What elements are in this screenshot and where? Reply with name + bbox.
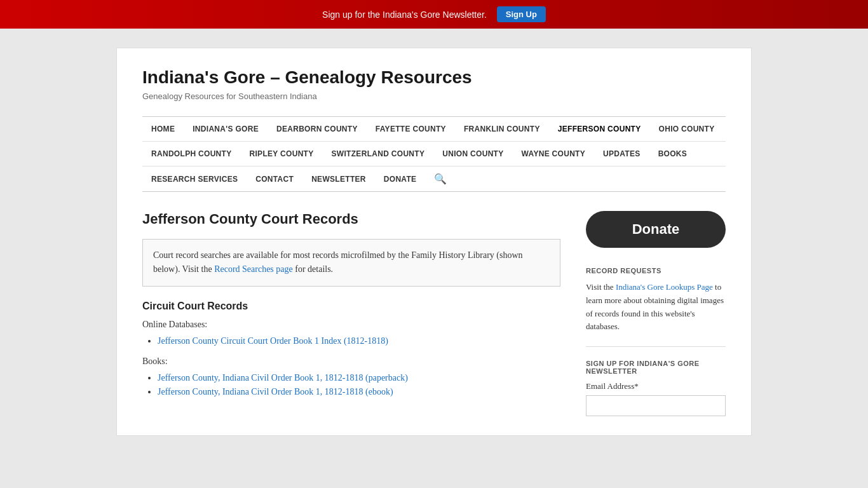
banner-signup-button[interactable]: Sign Up <box>497 6 546 22</box>
sidebar-divider <box>586 346 726 347</box>
nav-row-2: RANDOLPH COUNTY RIPLEY COUNTY SWITZERLAN… <box>142 142 726 166</box>
nav-home[interactable]: HOME <box>142 117 184 141</box>
nav-switzerland-county[interactable]: SWITZERLAND COUNTY <box>323 142 434 166</box>
email-label: Email Address* <box>586 381 726 391</box>
circuit-court-heading: Circuit Court Records <box>142 301 560 312</box>
site-title: Indiana's Gore – Genealogy Resources <box>142 67 726 88</box>
main-container: Indiana's Gore – Genealogy Resources Gen… <box>116 48 752 436</box>
nav-updates[interactable]: UPDATES <box>594 142 649 166</box>
banner-text: Sign up for the Indiana's Gore Newslette… <box>322 10 487 20</box>
online-links-list: Jefferson County Circuit Court Order Boo… <box>158 336 560 346</box>
nav-donate[interactable]: DONATE <box>375 167 426 191</box>
nav-randolph-county[interactable]: RANDOLPH COUNTY <box>142 142 241 166</box>
record-requests-text: Visit the Indiana's Gore Lookups Page to… <box>586 281 726 334</box>
info-box-text-after: for details. <box>293 264 333 274</box>
nav-fayette-county[interactable]: FAYETTE COUNTY <box>367 117 455 141</box>
list-item: Jefferson County, Indiana Civil Order Bo… <box>158 387 560 397</box>
nav-row-3: RESEARCH SERVICES CONTACT NEWSLETTER DON… <box>142 166 726 191</box>
nav-ohio-county[interactable]: OHIO COUNTY <box>650 117 724 141</box>
book-link-2[interactable]: Jefferson County, Indiana Civil Order Bo… <box>158 387 393 396</box>
books-list: Jefferson County, Indiana Civil Order Bo… <box>158 373 560 397</box>
main-content: Jefferson County Court Records Court rec… <box>142 211 560 416</box>
list-item: Jefferson County Circuit Court Order Boo… <box>158 336 560 346</box>
info-box: Court record searches are available for … <box>142 239 560 287</box>
top-banner: Sign up for the Indiana's Gore Newslette… <box>0 0 868 29</box>
nav-contact[interactable]: CONTACT <box>247 167 302 191</box>
content-area: Jefferson County Court Records Court rec… <box>142 211 726 416</box>
email-input[interactable] <box>586 395 726 416</box>
sidebar: Donate RECORD REQUESTS Visit the Indiana… <box>586 211 726 416</box>
nav-ripley-county[interactable]: RIPLEY COUNTY <box>241 142 323 166</box>
nav-research-services[interactable]: RESEARCH SERVICES <box>142 167 247 191</box>
navigation: HOME INDIANA'S GORE DEARBORN COUNTY FAYE… <box>142 116 726 192</box>
book-link-1[interactable]: Jefferson County, Indiana Civil Order Bo… <box>158 373 408 383</box>
nav-wayne-county[interactable]: WAYNE COUNTY <box>513 142 595 166</box>
info-box-text-before: Court record searches are available for … <box>153 250 523 274</box>
page-heading: Jefferson County Court Records <box>142 211 560 227</box>
record-requests-title: RECORD REQUESTS <box>586 267 726 274</box>
record-searches-link[interactable]: Record Searches page <box>214 264 293 274</box>
newsletter-title: SIGN UP FOR INDIANA'S GORE NEWSLETTER <box>586 360 726 375</box>
lookups-page-link[interactable]: Indiana's Gore Lookups Page <box>616 282 713 292</box>
site-subtitle: Genealogy Resources for Southeastern Ind… <box>142 92 726 101</box>
donate-button[interactable]: Donate <box>586 211 726 248</box>
online-databases-label: Online Databases: <box>142 320 560 330</box>
nav-dearborn-county[interactable]: DEARBORN COUNTY <box>268 117 367 141</box>
nav-jefferson-county[interactable]: JEFFERSON COUNTY <box>549 117 650 141</box>
list-item: Jefferson County, Indiana Civil Order Bo… <box>158 373 560 383</box>
search-icon[interactable]: 🔍 <box>425 166 456 191</box>
online-link-1[interactable]: Jefferson County Circuit Court Order Boo… <box>158 336 388 346</box>
nav-indianas-gore[interactable]: INDIANA'S GORE <box>184 117 268 141</box>
nav-row-1: HOME INDIANA'S GORE DEARBORN COUNTY FAYE… <box>142 117 726 142</box>
nav-newsletter[interactable]: NEWSLETTER <box>302 167 375 191</box>
nav-union-county[interactable]: UNION COUNTY <box>433 142 512 166</box>
nav-franklin-county[interactable]: FRANKLIN COUNTY <box>455 117 549 141</box>
books-label: Books: <box>142 356 560 367</box>
record-requests-text-before: Visit the <box>586 282 616 292</box>
nav-books[interactable]: BOOKS <box>649 142 696 166</box>
